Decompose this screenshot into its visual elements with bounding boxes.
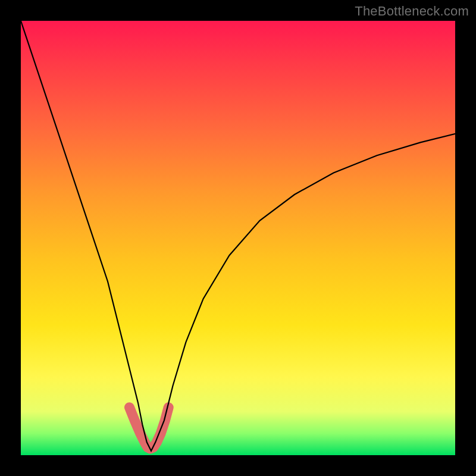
chart-svg	[21, 21, 455, 455]
watermark-text: TheBottleneck.com	[355, 4, 469, 19]
chart-frame: TheBottleneck.com	[0, 0, 476, 476]
bottleneck-curve	[21, 21, 455, 451]
highlight-segment	[130, 408, 169, 449]
